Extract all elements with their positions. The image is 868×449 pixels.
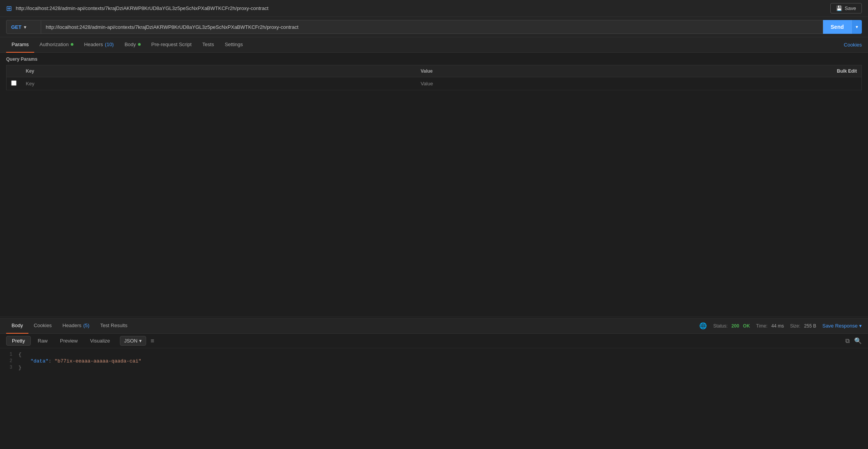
checkbox-col-header	[7, 65, 22, 77]
row-checkbox-cell	[7, 77, 22, 90]
size-info: Size: 255 B	[790, 323, 816, 329]
code-view: 1 { 2 "data": "b77ix-eeaaa-aaaaa-qaada-c…	[0, 348, 868, 449]
main-content: GET ▾ Send ▾ Params Authorization Header…	[0, 17, 868, 449]
tab-settings[interactable]: Settings	[219, 37, 248, 53]
wrap-icon[interactable]: ≡	[151, 338, 154, 344]
response-tab-headers[interactable]: Headers (5)	[57, 318, 95, 334]
app-icon: ⊞	[6, 4, 12, 13]
send-group: Send ▾	[823, 20, 862, 34]
line-number-2: 2	[0, 358, 18, 364]
url-bar: GET ▾ Send ▾	[0, 17, 868, 37]
key-cell[interactable]: Key	[21, 77, 416, 90]
tab-params[interactable]: Params	[6, 37, 34, 53]
json-selector[interactable]: JSON ▾	[120, 336, 146, 346]
top-section: Query Params Key Value Bulk Edit	[0, 53, 868, 317]
title-bar-left: ⊞ http://localhost:2428/admin-api/contex…	[6, 4, 268, 13]
save-response-chevron-icon: ▾	[859, 323, 862, 329]
tabs-right: Cookies	[844, 42, 862, 48]
code-line-1: 1 {	[0, 351, 868, 358]
method-label: GET	[11, 24, 22, 30]
title-url: http://localhost:2428/admin-api/contexts…	[16, 5, 268, 11]
authorization-dot	[71, 43, 73, 46]
body-dot	[138, 43, 141, 46]
status-code: 200	[732, 323, 739, 329]
query-params-section: Query Params Key Value Bulk Edit	[0, 53, 868, 94]
response-status: 🌐 Status: 200 OK Time: 44 ms Size: 2	[699, 322, 862, 329]
line-number-1: 1	[0, 352, 18, 357]
json-colon: :	[48, 358, 55, 364]
copy-icon[interactable]: ⧉	[845, 338, 850, 344]
format-actions: ⧉ 🔍	[845, 337, 862, 344]
tab-authorization[interactable]: Authorization	[34, 37, 79, 53]
format-tab-preview[interactable]: Preview	[55, 336, 83, 345]
value-col-header: Value	[416, 65, 811, 77]
line-number-3: 3	[0, 365, 18, 370]
size-value: 255 B	[804, 323, 816, 329]
request-tabs-bar: Params Authorization Headers (10) Body P…	[0, 37, 868, 53]
tab-body[interactable]: Body	[119, 37, 146, 53]
response-tabs-bar: Body Cookies Headers (5) Test Results 🌐 …	[0, 318, 868, 334]
status-text: OK	[743, 323, 750, 329]
response-tab-body[interactable]: Body	[6, 318, 28, 334]
search-icon[interactable]: 🔍	[854, 337, 862, 344]
response-tab-test-results[interactable]: Test Results	[95, 318, 133, 334]
send-dropdown-button[interactable]: ▾	[851, 20, 862, 34]
row-checkbox[interactable]	[11, 80, 17, 86]
open-brace: {	[18, 352, 22, 358]
title-bar: ⊞ http://localhost:2428/admin-api/contex…	[0, 0, 868, 17]
cookies-link[interactable]: Cookies	[844, 42, 862, 48]
method-chevron-icon: ▾	[24, 24, 27, 30]
save-icon: 💾	[836, 5, 842, 11]
headers-count: (10)	[105, 42, 114, 47]
format-tab-visualize[interactable]: Visualize	[85, 336, 115, 345]
response-tab-cookies[interactable]: Cookies	[28, 318, 57, 334]
format-tab-raw[interactable]: Raw	[32, 336, 53, 345]
method-selector[interactable]: GET ▾	[6, 20, 41, 34]
params-table: Key Value Bulk Edit Key Valu	[6, 65, 862, 90]
status-info: Status: 200 OK	[713, 323, 750, 329]
table-row: Key Value	[7, 77, 862, 90]
tab-pre-request-script[interactable]: Pre-request Script	[146, 37, 197, 53]
save-button[interactable]: 💾 Save	[830, 3, 862, 13]
format-tab-pretty[interactable]: Pretty	[6, 336, 31, 346]
time-info: Time: 44 ms	[756, 323, 784, 329]
tab-headers[interactable]: Headers (10)	[79, 37, 119, 53]
value-cell[interactable]: Value	[416, 77, 811, 90]
bottom-section: Body Cookies Headers (5) Test Results 🌐 …	[0, 318, 868, 449]
json-value-data: "b77ix-eeaaa-aaaaa-qaada-cai"	[55, 358, 141, 364]
format-tabs-bar: Pretty Raw Preview Visualize JSON ▾ ≡ ⧉ …	[0, 334, 868, 348]
globe-icon: 🌐	[699, 322, 707, 329]
code-line-2: 2 "data": "b77ix-eeaaa-aaaaa-qaada-cai"	[0, 358, 868, 364]
section-title: Query Params	[6, 57, 862, 62]
time-value: 44 ms	[771, 323, 784, 329]
close-brace: }	[18, 365, 22, 371]
key-col-header: Key	[21, 65, 416, 77]
save-response-button[interactable]: Save Response ▾	[822, 323, 862, 329]
bulk-edit-col-header[interactable]: Bulk Edit	[811, 65, 862, 77]
response-headers-count: (5)	[83, 323, 90, 328]
code-line-3: 3 }	[0, 364, 868, 371]
tab-tests[interactable]: Tests	[197, 37, 219, 53]
url-input[interactable]	[41, 20, 823, 34]
json-chevron-icon: ▾	[139, 338, 142, 344]
send-button[interactable]: Send	[823, 20, 851, 34]
json-key-data: "data"	[30, 358, 48, 364]
